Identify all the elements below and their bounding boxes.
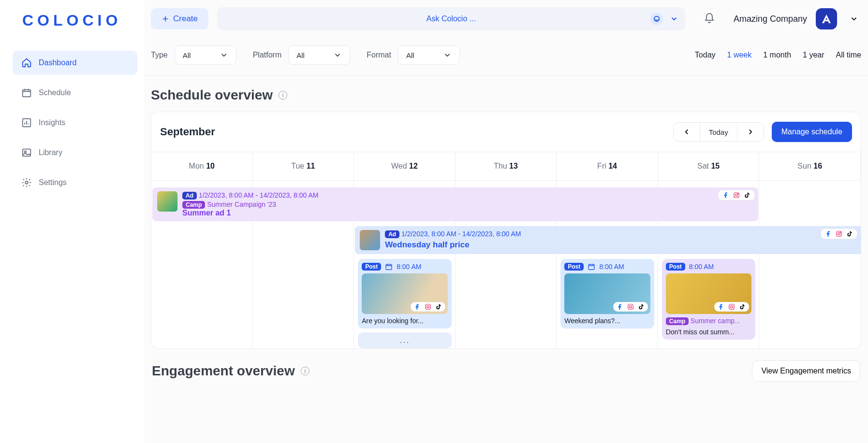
svg-point-17 (630, 306, 632, 308)
day-header: Mon 10 (151, 152, 253, 180)
calendar-icon (588, 263, 595, 271)
company-avatar[interactable] (816, 8, 837, 29)
ask-logo-icon (650, 13, 663, 25)
post-badge: Post (362, 263, 381, 271)
chevron-down-icon[interactable] (670, 14, 678, 23)
filter-type-dropdown[interactable]: All (175, 45, 236, 65)
sidebar-item-schedule[interactable]: Schedule (13, 81, 137, 105)
avatar-a-icon (821, 13, 832, 25)
tiktok-icon (744, 192, 750, 199)
sidebar-item-dashboard[interactable]: Dashboard (13, 51, 137, 75)
filter-format-dropdown[interactable]: All (398, 45, 460, 65)
post-image (564, 273, 650, 314)
calendar-today-button[interactable]: Today (700, 123, 737, 141)
svg-rect-15 (588, 264, 594, 270)
chevron-left-icon (682, 128, 691, 136)
post-card-fri[interactable]: Post 8:00 AM (560, 259, 654, 329)
event-wednesday-half-price[interactable]: Ad 1/2/2023, 8:00 AM - 14/2/2023, 8:00 A… (355, 226, 861, 254)
svg-rect-13 (425, 304, 430, 310)
schedule-card: September Today Manage schedule Mon 10 T… (151, 112, 861, 349)
chevron-down-icon (333, 51, 342, 59)
info-icon[interactable]: i (279, 91, 287, 100)
chevron-down-icon[interactable] (850, 14, 858, 23)
gear-icon (21, 177, 32, 188)
post-caption: Weekend plans?... (564, 317, 650, 325)
post-time: 8:00 AM (689, 263, 714, 271)
svg-point-8 (738, 193, 738, 194)
tiktok-icon (638, 303, 645, 310)
ask-input[interactable]: Ask Colocio ... (217, 7, 685, 30)
filter-platform-dropdown[interactable]: All (288, 45, 350, 65)
range-month[interactable]: 1 month (763, 51, 791, 59)
company-name: Amazing Company (734, 14, 807, 24)
day-header: Sat 15 (658, 152, 760, 180)
event-summer-ad-1[interactable]: Ad 1/2/2023, 8:00 AM - 14/2/2023, 8:00 A… (152, 187, 758, 221)
post-more[interactable]: ... (358, 332, 452, 348)
post-card-sat[interactable]: Post 8:00 AM (662, 259, 756, 340)
svg-point-4 (25, 181, 28, 184)
event-platforms (719, 190, 754, 200)
filter-format-value: All (406, 51, 414, 59)
notifications-button[interactable] (694, 13, 725, 26)
post-time: 8:00 AM (397, 263, 421, 271)
calendar-icon (21, 87, 32, 98)
filter-type-label: Type (151, 51, 168, 59)
facebook-icon (414, 303, 421, 310)
camp-badge: Camp (182, 201, 205, 209)
camp-badge: Camp (666, 317, 689, 325)
svg-rect-16 (628, 304, 633, 310)
manage-schedule-button[interactable]: Manage schedule (772, 122, 852, 142)
post-campaign: Summer camp... (691, 317, 740, 325)
facebook-icon (718, 303, 724, 310)
calendar-prev-button[interactable] (674, 123, 700, 141)
range-year[interactable]: 1 year (803, 51, 824, 59)
ad-badge: Ad (385, 230, 399, 238)
sidebar-item-library[interactable]: Library (13, 141, 137, 165)
range-week[interactable]: 1 week (727, 51, 752, 59)
ad-badge: Ad (182, 192, 197, 200)
tiktok-icon (739, 303, 746, 310)
sidebar-item-label: Insights (39, 118, 65, 127)
chevron-down-icon (220, 51, 228, 59)
instagram-icon (425, 303, 431, 310)
day-header: Tue 11 (253, 152, 354, 180)
plus-icon (162, 15, 169, 23)
post-card-wed[interactable]: Post 8:00 AM (358, 259, 452, 329)
home-icon (21, 57, 32, 68)
filter-format-label: Format (367, 51, 391, 59)
svg-point-3 (24, 151, 26, 153)
event-title: Wednesday half price (385, 240, 521, 250)
range-today[interactable]: Today (695, 51, 716, 59)
calendar-nav: Today (673, 122, 764, 142)
time-range-selector: Today 1 week 1 month 1 year All time (695, 51, 861, 59)
instagram-icon (733, 192, 740, 199)
svg-rect-18 (729, 304, 735, 310)
range-all[interactable]: All time (836, 51, 861, 59)
tiktok-icon (846, 230, 853, 237)
view-engagement-metrics-button[interactable]: View Engagement metrics (752, 360, 860, 382)
post-image (666, 273, 752, 314)
event-daterange: 1/2/2023, 8:00 AM - 14/2/2023, 8:00 AM (199, 191, 319, 199)
info-icon[interactable]: i (301, 367, 309, 375)
svg-rect-0 (23, 90, 31, 97)
event-daterange: 1/2/2023, 8:00 AM - 14/2/2023, 8:00 AM (401, 230, 521, 238)
event-title: Summer ad 1 (182, 209, 318, 217)
post-time: 8:00 AM (599, 263, 624, 271)
create-button[interactable]: Create (151, 8, 208, 29)
event-campaign: Summer Campaign '23 (207, 200, 276, 208)
svg-point-7 (736, 194, 738, 197)
post-caption: Are you looking for... (362, 317, 448, 325)
sidebar-nav: Dashboard Schedule Insights Library Sett… (13, 51, 137, 195)
facebook-icon (617, 303, 623, 310)
day-header: Fri 14 (557, 152, 658, 180)
filter-platform-value: All (296, 51, 305, 59)
post-caption: Don't miss out summ... (666, 328, 752, 336)
calendar-icon (385, 263, 393, 271)
calendar-next-button[interactable] (737, 123, 764, 141)
svg-rect-12 (386, 264, 392, 270)
instagram-icon (836, 230, 842, 237)
sidebar-item-label: Schedule (39, 88, 71, 97)
sidebar-item-label: Dashboard (39, 58, 76, 67)
sidebar-item-settings[interactable]: Settings (13, 171, 137, 195)
sidebar-item-insights[interactable]: Insights (13, 111, 137, 135)
